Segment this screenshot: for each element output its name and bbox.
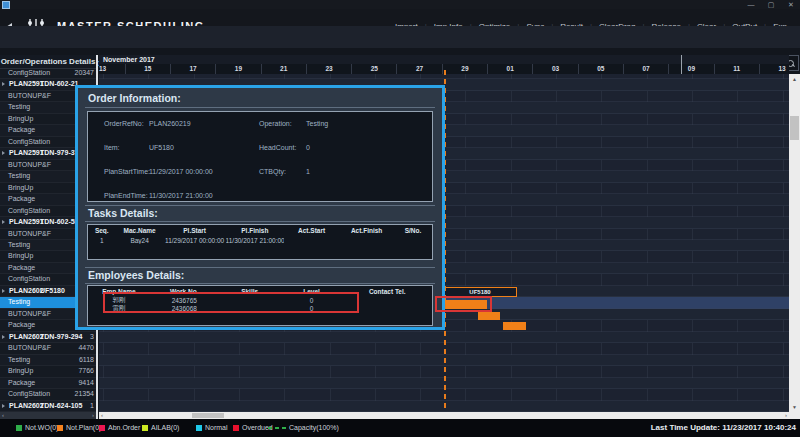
field-label: OrderRefNo: — [104, 120, 144, 127]
chart-scroll-left-icon[interactable]: ‹ — [101, 412, 103, 419]
row-name: ConfigStation — [8, 69, 50, 76]
scroll-up-icon[interactable]: ▲ — [789, 74, 800, 84]
field-label: PlanStartTime: — [104, 168, 150, 175]
date-tick: 05 — [579, 64, 624, 74]
tasks-table: Seq.Mac.NamePl.StartPl.FinishAct.StartAc… — [87, 224, 433, 260]
row-name: Testing — [8, 103, 30, 110]
operation-row[interactable]: Testing6118 — [0, 355, 96, 366]
row-name: ConfigStation — [8, 390, 50, 397]
legend-item-abnorder: Abn.Order — [99, 424, 140, 431]
field-value: UF5180 — [149, 144, 174, 151]
column-header: Seq. — [88, 227, 116, 234]
expand-icon[interactable] — [2, 82, 5, 86]
date-tick: 13 — [760, 64, 789, 74]
row-name: BringUp — [8, 184, 33, 191]
row-item: TDN-979-294 — [40, 333, 82, 340]
date-tick: 07 — [624, 64, 669, 74]
date-tick: 29 — [443, 64, 488, 74]
chart-vertical-scrollbar[interactable]: ▲ ▼ — [789, 74, 800, 412]
expand-icon[interactable] — [2, 220, 5, 224]
row-name: Package — [8, 264, 35, 271]
operation-row[interactable]: Package9414 — [0, 378, 96, 389]
operation-row[interactable]: BringUp7766 — [0, 366, 96, 377]
row-name: BUTONUP&F — [8, 230, 51, 237]
date-tick: 15 — [126, 64, 171, 74]
minimize-button[interactable]: — — [744, 0, 758, 9]
row-name: Package — [8, 379, 35, 386]
row-name: ConfigStation — [8, 275, 50, 282]
panel-scroll-right-icon[interactable]: › — [92, 412, 94, 419]
date-tick: 09 — [669, 64, 714, 74]
expand-icon[interactable] — [2, 404, 5, 408]
date-tick: 03 — [533, 64, 578, 74]
panel-scroll-left-icon[interactable]: ‹ — [2, 412, 4, 419]
row-name: PLAN2591 — [9, 149, 44, 156]
operation-row[interactable]: ConfigStation21354 — [0, 389, 96, 400]
panel-horizontal-scrollbar[interactable]: ‹ › — [0, 412, 96, 419]
month-label: November 2017 — [103, 56, 155, 63]
tasks-title: Tasks Details: — [88, 207, 158, 219]
legend-label: Not.WO(0) — [25, 424, 58, 431]
row-item: TDN-602-21 — [40, 80, 79, 87]
table-data-row: 1Bay2411/29/2017 00:00:0011/30/2017 21:0… — [88, 236, 432, 244]
horizontal-scroll-thumb[interactable] — [192, 413, 224, 418]
row-name: Testing — [8, 298, 30, 305]
order-row[interactable]: PLAN2602TDN-624-1051 — [0, 401, 96, 412]
legend-swatch — [99, 425, 105, 431]
legend-label: Capacity(100%) — [289, 424, 339, 431]
table-cell: 1 — [88, 237, 116, 244]
date-tick: 13 — [99, 64, 126, 74]
date-tick: 23 — [307, 64, 352, 74]
row-qty: 7766 — [78, 367, 94, 374]
task-bar[interactable] — [503, 322, 526, 330]
window-titlebar: —▢✕ — [0, 0, 800, 9]
legend-item-notwo0: Not.WO(0) — [16, 424, 58, 431]
legend-item-notplan0: Not.Plan(0) — [57, 424, 101, 431]
legend-swatch — [16, 425, 22, 431]
field-label: PlanEndTime: — [104, 192, 148, 199]
row-name: Package — [8, 195, 35, 202]
close-button[interactable]: ✕ — [784, 0, 798, 9]
chart-scroll-right-icon[interactable]: › — [785, 412, 787, 419]
legend-label: Abn.Order — [108, 424, 140, 431]
expand-icon[interactable] — [2, 335, 5, 339]
row-name: PLAN2602 — [9, 287, 44, 294]
row-qty: 3 — [90, 333, 94, 340]
row-name: ConfigStation — [8, 138, 50, 145]
row-name: Testing — [8, 172, 30, 179]
column-header: Act.Finish — [339, 227, 394, 234]
row-qty: 4470 — [78, 344, 94, 351]
date-tick: 27 — [397, 64, 442, 74]
row-name: Testing — [8, 241, 30, 248]
employees-title: Employees Details: — [88, 269, 184, 281]
selected-bar-highlight — [435, 296, 492, 312]
order-row[interactable]: PLAN2602TDN-979-2943 — [0, 332, 96, 343]
legend-item-normal: Normal — [196, 424, 228, 431]
expand-icon[interactable] — [2, 151, 5, 155]
last-update-text: Last Time Update: 11/23/2017 10:40:24 — [651, 423, 796, 432]
maximize-button[interactable]: ▢ — [764, 0, 778, 9]
column-header: Pl.Start — [164, 227, 226, 234]
expand-icon[interactable] — [2, 289, 5, 293]
field-label: HeadCount: — [259, 144, 296, 151]
scroll-down-icon[interactable]: ▼ — [789, 402, 800, 412]
vertical-scroll-thumb[interactable] — [790, 116, 799, 140]
row-name: Testing — [8, 356, 30, 363]
row-qty: 9414 — [78, 379, 94, 386]
column-header: S/No. — [394, 227, 432, 234]
operation-row[interactable]: BUTONUP&F4470 — [0, 343, 96, 354]
legend-label: AILAB(0) — [151, 424, 179, 431]
legend-item-ailab0: AILAB(0) — [142, 424, 179, 431]
operation-row[interactable]: ConfigStation20347 — [0, 68, 96, 79]
row-name: BUTONUP&F — [8, 344, 51, 351]
table-cell: Bay24 — [116, 237, 164, 244]
field-value: 0 — [306, 144, 310, 151]
date-tick: 01 — [488, 64, 533, 74]
chart-horizontal-scrollbar[interactable]: ‹ › — [99, 412, 789, 419]
date-tick: 17 — [171, 64, 216, 74]
task-bar[interactable] — [478, 312, 500, 320]
employee-rows-highlight — [103, 292, 359, 313]
row-name: Package — [8, 126, 35, 133]
section-divider — [85, 221, 435, 222]
column-header: Pl.Finish — [226, 227, 284, 234]
